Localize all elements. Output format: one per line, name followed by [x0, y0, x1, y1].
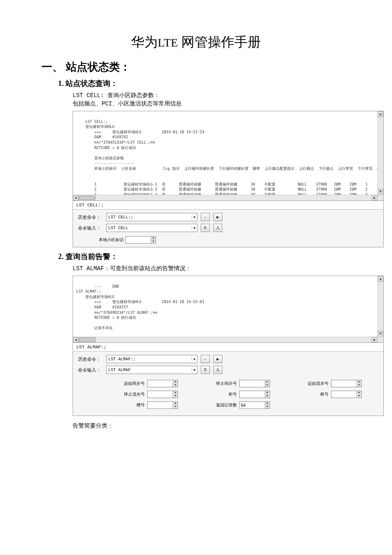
sub1-desc-line1: LST CELL: 查询小区静态参数： — [73, 92, 367, 99]
screenshot-lst-cell: LST CELL:; 密云建材市场HLG +++ 密云建材市场HLG 2014-… — [73, 111, 384, 247]
param-local-cell-id-input[interactable]: ▲▼ — [125, 236, 156, 244]
history-combobox[interactable]: LST CELL:; ▼ — [106, 213, 197, 221]
console-output-1: LST CELL:; 密云建材市场HLG +++ 密云建材市场HLG 2014-… — [73, 111, 383, 200]
history-prev-button-2[interactable]: ← — [201, 355, 210, 363]
table-row-2: 2 密云建材市场HLG-2 否 普通循环前缀 普通循环前缀 38 不配置 NUL… — [76, 187, 368, 191]
alarm-classification-label: 告警简要分类： — [73, 422, 367, 430]
subsection-1-heading: 1. 站点状态查询： — [58, 78, 367, 88]
param-slot-label: 槽号 — [120, 402, 145, 408]
history-row: 历史命令： LST CELL:; ▼ ← ▶ — [78, 213, 378, 221]
param-end-sync-input[interactable]: ▲▼ — [239, 380, 270, 387]
subsection-2-heading: 2. 查询当前告警： — [58, 252, 367, 262]
command-input-panel-2: 历史命令： LST ALMAF:; ▼ ← ▶ 命令输入： LST ALMAF … — [73, 351, 383, 416]
param-slot-input[interactable]: ▲▼ — [147, 401, 178, 409]
param-start-sync-label: 起始同步号 — [120, 381, 145, 386]
command-input-panel-1: 历史命令： LST CELL:; ▼ ← ▶ 命令输入： LST CELL ▼ … — [73, 209, 383, 247]
input-row-2: 命令输入： LST ALMAF ▼ ⎘ 人 — [78, 366, 378, 374]
console-header-text: LST CELL:; 密云建材市场HLG +++ 密云建材市场HLG 2014-… — [76, 120, 383, 171]
chevron-down-icon: ▼ — [192, 357, 195, 361]
history-row-2: 历史命令： LST ALMAF:; ▼ ← ▶ — [78, 355, 378, 363]
param-cabinet-input[interactable]: ▲▼ — [239, 391, 270, 398]
vertical-scrollbar[interactable] — [377, 276, 383, 337]
command-echo-bar: LST CELL:; — [73, 200, 383, 209]
command-input-combobox-2[interactable]: LST ALMAF ▼ — [106, 366, 197, 374]
chevron-down-icon: ▼ — [192, 226, 195, 230]
title-prefix: 华为 — [131, 34, 158, 49]
input-label: 命令输入： — [78, 225, 103, 231]
input-label-2: 命令输入： — [78, 367, 103, 373]
section-1-heading: 一、 站点状态类： — [41, 60, 367, 74]
chevron-down-icon: ▼ — [192, 368, 195, 372]
input-row: 命令输入： LST CELL ▼ ⎘ 人 — [78, 224, 378, 232]
table-row-1: 1 密云建材市场HLG-1 否 普通循环前缀 普通循环前缀 38 不配置 NUL… — [76, 182, 368, 186]
execute-button[interactable]: ⎘ — [201, 224, 210, 232]
param-local-cell-id-label: 本地小区标识 — [99, 237, 124, 243]
chevron-down-icon: ▼ — [192, 215, 195, 219]
sub2-desc-line1: LST ALMAF：可查到当前该站点的告警情况： — [73, 265, 367, 272]
param-start-serial-label: 起始流水号 — [304, 381, 329, 386]
spinner-icon[interactable]: ▲▼ — [151, 237, 156, 243]
history-label-2: 历史命令： — [78, 356, 103, 362]
document-title: 华为LTE 网管操作手册 — [25, 33, 367, 51]
param-return-count-input[interactable]: ▲▼ — [239, 401, 270, 409]
history-next-button[interactable]: ▶ — [213, 213, 222, 221]
history-next-button-2[interactable]: ▶ — [213, 355, 222, 363]
history-combobox-2[interactable]: LST ALMAF:; ▼ — [106, 355, 197, 363]
screenshot-lst-almaf: --- END LST ALMAF:; 密云建材市场HLG +++ 密云建材市场… — [73, 276, 384, 416]
param-end-serial-input[interactable]: ▲▼ — [147, 391, 178, 398]
horizontal-scrollbar[interactable] — [73, 195, 377, 200]
history-label: 历史命令： — [78, 214, 103, 220]
assist-button-2[interactable]: 人 — [213, 366, 222, 374]
param-end-serial-label: 终止流水号 — [120, 391, 145, 397]
param-return-count-label: 返回记录数 — [212, 402, 237, 408]
param-start-sync-input[interactable]: ▲▼ — [147, 380, 178, 387]
history-prev-button[interactable]: ← — [201, 213, 210, 221]
param-start-serial-input[interactable]: ▲▼ — [331, 380, 362, 387]
param-row-1: 本地小区标识 ▲▼ — [78, 236, 378, 244]
param-grid: 起始同步号 ▲▼ 终止同步号 ▲▼ 起始流水号 ▲▼ 终止流水号 ▲▼ 柜号 ▲… — [78, 377, 378, 412]
title-lte: LTE — [158, 36, 178, 49]
command-input-combobox[interactable]: LST CELL ▼ — [106, 224, 197, 232]
param-frame-input[interactable]: ▲▼ — [331, 391, 362, 398]
horizontal-scrollbar[interactable] — [73, 337, 377, 342]
vertical-scrollbar[interactable] — [377, 111, 383, 195]
title-suffix: 网管操作手册 — [178, 34, 261, 49]
console-text-2: --- END LST ALMAF:; 密云建材市场HLG +++ 密云建材市场… — [76, 284, 205, 341]
param-frame-label: 框号 — [304, 391, 329, 397]
command-echo-bar-2: LST ALMAF:; — [73, 342, 383, 351]
param-end-sync-label: 终止同步号 — [212, 381, 237, 386]
sub1-desc-line2: 包括频点、PCI、小区激活状态等常用信息 — [73, 100, 367, 108]
console-output-2: --- END LST ALMAF:; 密云建材市场HLG +++ 密云建材市场… — [73, 276, 383, 342]
assist-button[interactable]: 人 — [213, 224, 222, 232]
execute-button-2[interactable]: ⎘ — [201, 366, 210, 374]
param-cabinet-label: 柜号 — [212, 391, 237, 397]
